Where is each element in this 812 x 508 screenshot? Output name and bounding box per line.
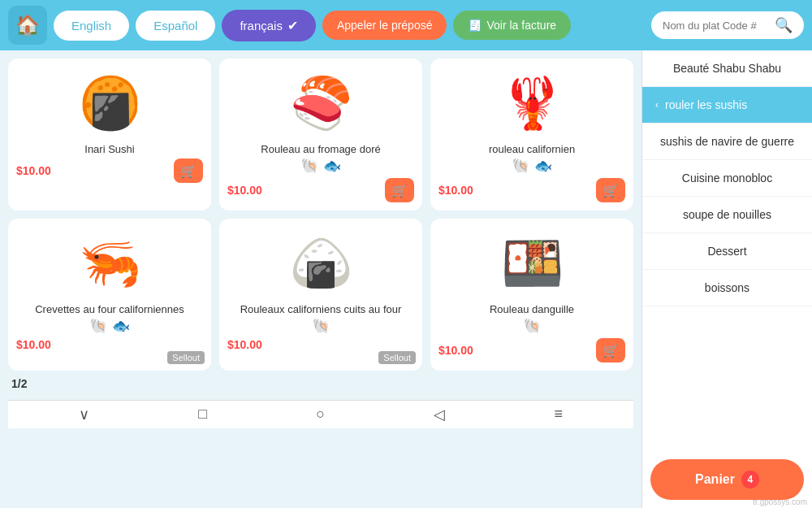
product-price: $10.00 xyxy=(438,344,473,357)
product-name: Rouleaux californiens cuits au four xyxy=(240,303,402,315)
product-card: 🍙 Rouleaux californiens cuits au four 🐚 … xyxy=(219,219,422,371)
sidebar-item-label: boissons xyxy=(705,281,749,294)
product-name: rouleau californien xyxy=(489,143,575,155)
search-icon[interactable]: 🔍 xyxy=(775,16,793,34)
sidebar-item-label: Beauté Shabu Shabu xyxy=(673,62,781,75)
tag-icon: 🐚 xyxy=(89,317,107,335)
sidebar-item-sushi-roll[interactable]: ‹ rouler les sushis xyxy=(642,87,812,124)
invoice-label: Voir la facture xyxy=(486,19,556,32)
product-footer: $10.00 xyxy=(227,338,414,351)
back-icon[interactable]: ◁ xyxy=(434,406,445,423)
tag-icon: 🐚 xyxy=(312,317,330,335)
menu-icon[interactable]: ≡ xyxy=(554,406,563,423)
product-image: 🍙 xyxy=(227,227,414,300)
tag-icon: 🐟 xyxy=(323,157,341,175)
product-tags: 🐚 xyxy=(312,317,330,335)
product-tags: 🐚 🐟 xyxy=(89,317,130,335)
product-price: $10.00 xyxy=(227,338,262,351)
add-to-cart-button[interactable]: 🛒 xyxy=(596,178,625,202)
product-card: 🦞 rouleau californien 🐚 🐟 $10.00 🛒 xyxy=(430,59,633,211)
product-footer: $10.00 🛒 xyxy=(438,338,625,363)
call-label: Appeler le préposé xyxy=(337,19,433,32)
product-price: $10.00 xyxy=(438,184,473,197)
product-grid: 🍘 Inari Sushi $10.00 🛒 🍣 Rouleau au from… xyxy=(8,59,633,371)
bottom-navigation: ∨ □ ○ ◁ ≡ xyxy=(8,400,633,428)
main-content: 🍘 Inari Sushi $10.00 🛒 🍣 Rouleau au from… xyxy=(0,50,812,508)
tag-icon: 🐟 xyxy=(534,157,552,175)
tag-icon: 🐚 xyxy=(523,317,541,335)
chevron-down-icon[interactable]: ∨ xyxy=(79,406,89,423)
product-price: $10.00 xyxy=(16,164,51,177)
sidebar-item-monobloc[interactable]: Cuisine monobloc xyxy=(642,160,812,197)
pagination-label: 1/2 xyxy=(11,377,27,390)
product-name: Crevettes au four californiennes xyxy=(35,303,184,315)
view-invoice-button[interactable]: 🧾 Voir la facture xyxy=(453,11,571,40)
chevron-left-icon: ‹ xyxy=(655,99,659,111)
language-english-button[interactable]: English xyxy=(54,11,129,41)
home-icon: 🏠 xyxy=(15,14,40,37)
product-card: 🍱 Rouleau danguille 🐚 $10.00 🛒 xyxy=(430,219,633,371)
product-name: Inari Sushi xyxy=(84,143,134,155)
receipt-icon: 🧾 xyxy=(468,19,482,32)
call-attendant-button[interactable]: Appeler le préposé xyxy=(322,11,447,40)
product-image: 🍱 xyxy=(438,227,625,300)
app-header: 🏠 English Español français ✔ Appeler le … xyxy=(0,0,812,50)
product-tags: 🐚 🐟 xyxy=(300,157,341,175)
product-tags: 🐚 🐟 xyxy=(512,157,552,175)
product-image: 🍘 xyxy=(16,67,203,140)
product-footer: $10.00 🛒 xyxy=(227,178,414,202)
add-to-cart-button[interactable]: 🛒 xyxy=(596,338,625,363)
tag-icon: 🐟 xyxy=(112,317,130,335)
sidebar-item-noodle[interactable]: soupe de nouilles xyxy=(642,197,812,233)
product-card: 🍘 Inari Sushi $10.00 🛒 xyxy=(8,59,211,211)
product-card: 🍣 Rouleau au fromage doré 🐚 🐟 $10.00 🛒 xyxy=(219,59,422,211)
product-image: 🍣 xyxy=(227,67,414,140)
sidebar-item-drinks[interactable]: boissons xyxy=(642,270,812,306)
home-button[interactable]: 🏠 xyxy=(8,6,47,45)
product-name: Rouleau au fromage doré xyxy=(261,143,380,155)
language-french-button[interactable]: français ✔ xyxy=(222,10,316,41)
cart-label: Panier xyxy=(695,472,735,487)
product-tags: 🐚 xyxy=(523,317,541,335)
french-label: français xyxy=(240,19,283,33)
square-icon[interactable]: □ xyxy=(198,406,207,423)
product-footer: $10.00 xyxy=(16,338,203,351)
product-price: $10.00 xyxy=(16,338,51,351)
product-grid-area: 🍘 Inari Sushi $10.00 🛒 🍣 Rouleau au from… xyxy=(0,50,641,508)
language-spanish-button[interactable]: Español xyxy=(136,11,215,41)
sidebar-item-label: Dessert xyxy=(707,245,746,258)
search-box[interactable]: 🔍 xyxy=(651,11,804,39)
product-footer: $10.00 🛒 xyxy=(16,158,203,183)
sidebar-item-label: rouler les sushis xyxy=(665,98,747,111)
pagination: 1/2 xyxy=(8,371,633,397)
sidebar-item-warship[interactable]: sushis de navire de guerre xyxy=(642,124,812,160)
product-price: $10.00 xyxy=(227,184,262,197)
sidebar-item-label: Cuisine monobloc xyxy=(682,172,772,185)
tag-icon: 🐚 xyxy=(512,157,529,175)
product-image: 🦞 xyxy=(438,67,625,140)
product-card: 🦐 Crevettes au four californiennes 🐚 🐟 $… xyxy=(8,219,211,371)
product-footer: $10.00 🛒 xyxy=(438,178,625,202)
english-label: English xyxy=(71,19,111,33)
sidebar-item-label: sushis de navire de guerre xyxy=(660,135,794,148)
sidebar-item-beaute[interactable]: Beauté Shabu Shabu xyxy=(642,50,812,87)
product-name: Rouleau danguille xyxy=(490,303,574,315)
sidebar-item-label: soupe de nouilles xyxy=(683,208,771,221)
add-to-cart-button[interactable]: 🛒 xyxy=(385,178,414,202)
sidebar-item-dessert[interactable]: Dessert xyxy=(642,233,812,270)
circle-icon[interactable]: ○ xyxy=(316,406,325,423)
cart-button[interactable]: Panier 4 xyxy=(650,459,804,500)
category-sidebar: Beauté Shabu Shabu ‹ rouler les sushis s… xyxy=(641,50,812,508)
spanish-label: Español xyxy=(153,19,197,33)
product-image: 🦐 xyxy=(16,227,203,300)
add-to-cart-button[interactable]: 🛒 xyxy=(174,158,203,183)
cart-count-badge: 4 xyxy=(741,471,759,488)
soldout-badge: Sellout xyxy=(167,351,205,364)
soldout-badge: Sellout xyxy=(378,351,416,364)
selected-icon: ✔ xyxy=(287,18,298,33)
search-input[interactable] xyxy=(663,20,768,32)
tag-icon: 🐚 xyxy=(300,157,318,175)
